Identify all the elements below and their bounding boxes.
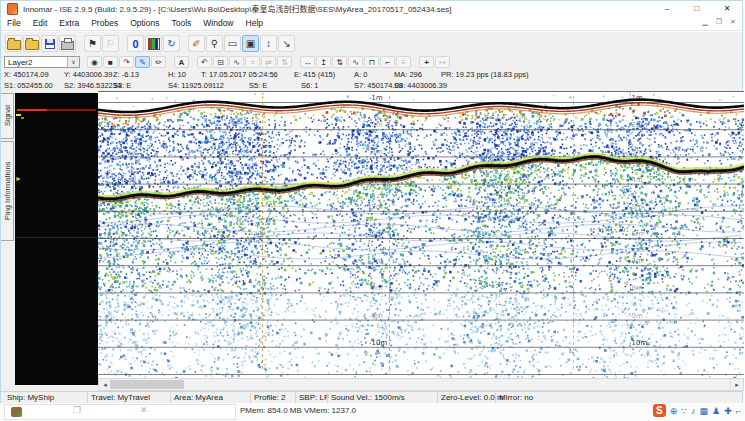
status-a: A: 0 (354, 70, 367, 79)
delete-annotation-button[interactable]: ⊟ (213, 56, 228, 68)
status-pr: PR: 19.23 pps (18.83 pps) (441, 70, 529, 79)
voice-icon[interactable]: ∵ (681, 406, 687, 416)
wave-tool-button[interactable]: ∿ (348, 56, 363, 68)
info-button[interactable]: 0 (127, 35, 144, 52)
profile-view: Signal Ping Informations ► ◂ ▸ (1, 91, 742, 391)
memory-status: PMem: 854.0 MB VMem: 1237.0 (240, 406, 356, 415)
mdi-restore-button[interactable]: ❐ (714, 18, 724, 26)
palette-button[interactable] (145, 35, 162, 52)
corner-tool-button[interactable]: ⌐ (380, 56, 395, 68)
text-tool-button[interactable]: A (174, 56, 189, 68)
status-h: H: 10 (168, 70, 186, 79)
horizontal-scrollbar[interactable]: ◂ ▸ (98, 378, 744, 391)
info-zero-icon: 0 (132, 38, 138, 50)
draw-toolbar: Layer2 ∨ ◉ ■ ↷ ✎ ✏ A ↶ ⊟ ∿ ≈ ⇄ ⇅ ↔ ↥ ⇅ ∿… (1, 55, 742, 69)
window-view-button[interactable]: ▣ (242, 35, 259, 52)
depth-marker-icon: ► (15, 175, 22, 182)
status-s4: S4: 11925.09112 (168, 81, 224, 90)
tab-signal[interactable]: Signal (1, 93, 14, 139)
merge-tool-button[interactable]: ⇅ (277, 56, 292, 68)
maximize-button[interactable]: □ (682, 1, 712, 16)
pin-alt-button[interactable]: ⚐ (102, 35, 119, 52)
color-palette-icon (148, 38, 160, 50)
measure-button[interactable]: ✐ (188, 35, 205, 52)
signal-marker-yellow (16, 114, 21, 116)
signal-panel[interactable]: ► (15, 93, 98, 385)
app-pet-icon (11, 407, 22, 417)
menu-options[interactable]: Options (124, 18, 165, 28)
statusbar-mirror: Mirror: no (499, 393, 533, 402)
top-align-button[interactable]: ↥ (316, 56, 331, 68)
status-s1: S1: 052455.00 (4, 81, 53, 90)
menu-help[interactable]: Help (240, 18, 269, 28)
undo-button[interactable]: ↶ (197, 56, 212, 68)
mic-icon[interactable]: ♪ (691, 406, 696, 416)
input-mode-icon[interactable]: ⊕ (670, 406, 678, 416)
app-icon (7, 3, 18, 15)
minimize-button[interactable]: – (652, 1, 682, 16)
desktop-strip: ❐ ✕ PMem: 854.0 MB VMem: 1237.0 S ⊕ ∵ ♪ … (0, 403, 745, 421)
smooth-tool-button[interactable]: ∿ (229, 56, 244, 68)
miniwin-close-button[interactable]: ✕ (140, 405, 148, 415)
signal-trace (17, 109, 47, 111)
save-icon (45, 39, 55, 49)
menu-window[interactable]: Window (197, 18, 239, 28)
menu-bar: File Edit Extra Probes Options Tools Win… (1, 16, 742, 31)
skin-icon[interactable]: ✚ (724, 406, 732, 416)
layer-select-value: Layer2 (8, 58, 32, 67)
open-file-button[interactable] (5, 35, 22, 52)
width-tool-button[interactable]: ↔ (300, 56, 315, 68)
refresh-button[interactable]: ↻ (163, 35, 180, 52)
menu-tools[interactable]: Tools (165, 18, 197, 28)
zoom-button[interactable]: ⚲ (206, 35, 223, 52)
move-tool-button[interactable]: + (419, 56, 434, 68)
tab-ping-informations[interactable]: Ping Informations (1, 141, 14, 241)
input-method-toolbar: S ⊕ ∵ ♪ ▦ ♟ ✚ ⌐ (653, 404, 741, 417)
menu-probes[interactable]: Probes (85, 18, 124, 28)
save-button[interactable] (41, 35, 58, 52)
wrench-icon[interactable]: ⌐ (736, 406, 741, 416)
open-next-button[interactable] (23, 35, 40, 52)
keyboard-icon[interactable]: ▦ (700, 406, 709, 416)
coord-status-row: X: 450174.09 Y: 4403006.39 Z: -6.13 H: 1… (1, 69, 742, 80)
span-align-button[interactable]: ⇅ (332, 56, 347, 68)
layer-select[interactable]: Layer2 ∨ (4, 56, 80, 68)
printer-icon (61, 41, 74, 50)
status-t: T: 17.05.2017 05:24:56 (201, 70, 278, 79)
statusbar-sbp: SBP: LF (299, 393, 329, 402)
scroll-right-button[interactable]: ▸ (730, 379, 743, 390)
box-tool-button[interactable]: ⊓ (364, 56, 379, 68)
pen-tool-button[interactable]: ✏ (151, 56, 166, 68)
miniwin-restore-button[interactable]: ❐ (73, 405, 81, 415)
pin-button[interactable]: ⚑ (84, 35, 101, 52)
statusbar-ship: Ship: MyShip (7, 393, 54, 402)
print-button[interactable] (59, 35, 76, 52)
status-s6: S6: 1 (301, 81, 319, 90)
next-tool-button[interactable]: ↦ (435, 56, 450, 68)
visibility-button[interactable]: ◉ (87, 56, 102, 68)
statusbar-soundvel: Sound Vel.: 1500m/s (331, 393, 405, 402)
frame-button[interactable]: ▭ (224, 35, 241, 52)
mdi-minimize-button[interactable]: ▁ (700, 18, 710, 26)
color-swatch-button[interactable]: ■ (103, 56, 118, 68)
echogram-canvas[interactable] (98, 91, 744, 378)
status-ma: MA: 296 (394, 70, 422, 79)
menu-file[interactable]: File (1, 18, 27, 28)
swap-tool-button[interactable]: ⇄ (261, 56, 276, 68)
title-bar: Innomar - ISE 2.9.5 (Build: 2.9.5.29) - … (1, 1, 742, 16)
menu-extra[interactable]: Extra (53, 18, 85, 28)
link-tool-button[interactable]: ≈ (245, 56, 260, 68)
sogou-logo-icon[interactable]: S (653, 404, 666, 417)
pencil-tool-button[interactable]: ✎ (135, 56, 150, 68)
close-button[interactable]: ✕ (712, 1, 742, 16)
pan-button[interactable]: ↘ (278, 35, 295, 52)
mdi-close-button[interactable]: ✕ (728, 18, 738, 26)
curve-tool-button[interactable]: ↷ (119, 56, 134, 68)
lock-tool-button[interactable]: ≡ (396, 56, 411, 68)
scrollbar-thumb[interactable] (110, 380, 184, 389)
menu-edit[interactable]: Edit (27, 18, 54, 28)
vertical-fit-button[interactable]: ↕ (260, 35, 277, 52)
statusbar-travel: Travel: MyTravel (91, 393, 150, 402)
status-y: Y: 4403006.39 (64, 70, 112, 79)
person-icon[interactable]: ♟ (712, 406, 720, 416)
